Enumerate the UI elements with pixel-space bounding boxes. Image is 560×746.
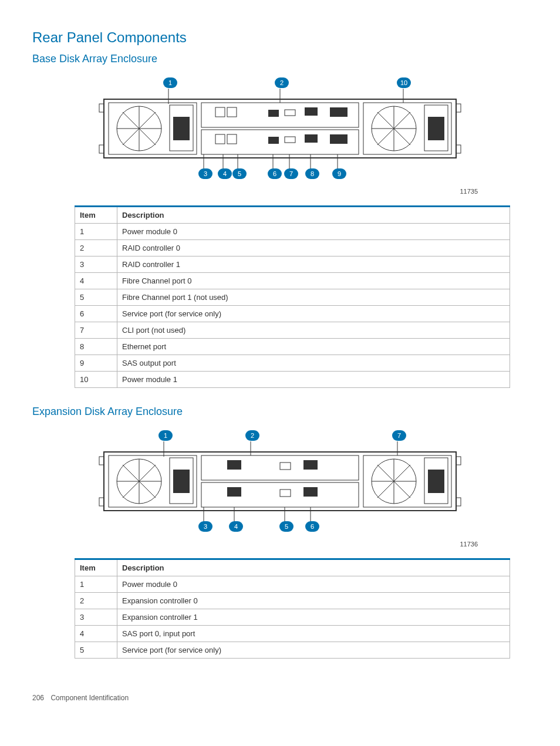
callout-fig1-8: 8 [305,168,319,179]
callout-fig2-1: 1 [158,430,173,441]
callout-fig2-4: 4 [229,521,243,532]
footer-title: Component Identification [50,694,129,702]
table-row: 2Expansion controller 0 [75,593,510,609]
table-row: 2RAID controller 0 [75,240,510,256]
subsection-title-base: Base Disk Array Enclosure [32,53,528,65]
table-row: 1Power module 0 [75,576,510,593]
figure-id-1: 11735 [32,188,478,195]
callout-fig2-2: 2 [245,430,259,441]
table-header-desc: Description [117,207,510,224]
callout-fig1-7: 7 [284,168,298,179]
callout-fig1-9: 9 [332,168,346,179]
callout-fig2-3: 3 [198,521,212,532]
table-row: 10Power module 1 [75,372,510,388]
table-row: 5Service port (for service only) [75,642,510,659]
table-row: 9SAS output port [75,355,510,372]
page-footer: 206 Component Identification [32,694,528,702]
table-header-item: Item [75,559,117,576]
callout-fig2-7: 7 [392,430,406,441]
table-row: 4SAS port 0, input port [75,626,510,642]
table-row: 8Ethernet port [75,339,510,355]
callout-fig1-3: 3 [198,168,212,179]
table-row: 5Fibre Channel port 1 (not used) [75,289,510,306]
figure-id-2: 11736 [32,541,478,548]
figure-base-enclosure: 1 2 10 3 4 5 6 7 8 9 [32,76,528,184]
callout-fig2-5: 5 [279,521,294,532]
table-header-desc: Description [117,559,510,576]
table-row: 1Power module 0 [75,224,510,240]
table-row: 7CLI port (not used) [75,322,510,339]
table-row: 6Service port (for service only) [75,306,510,322]
callout-fig2-6: 6 [305,521,319,532]
table-expansion-enclosure: Item Description 1Power module 0 2Expans… [75,558,510,659]
callout-fig1-10: 10 [397,77,411,88]
callout-fig1-6: 6 [268,168,282,179]
table-row: 4Fibre Channel port 0 [75,273,510,289]
table-header-item: Item [75,207,117,224]
table-base-enclosure: Item Description 1Power module 0 2RAID c… [75,205,510,388]
table-row: 3RAID controller 1 [75,256,510,273]
page-number: 206 [32,694,44,702]
section-title: Rear Panel Components [32,29,528,46]
callout-fig1-2: 2 [275,77,289,88]
callout-fig1-1: 1 [163,77,177,88]
table-row: 3Expansion controller 1 [75,609,510,626]
figure-expansion-enclosure: 1 2 7 3 4 5 6 [32,428,528,537]
subsection-title-expansion: Expansion Disk Array Enclosure [32,406,528,418]
callout-fig1-4: 4 [218,168,232,179]
callout-fig1-5: 5 [232,168,247,179]
